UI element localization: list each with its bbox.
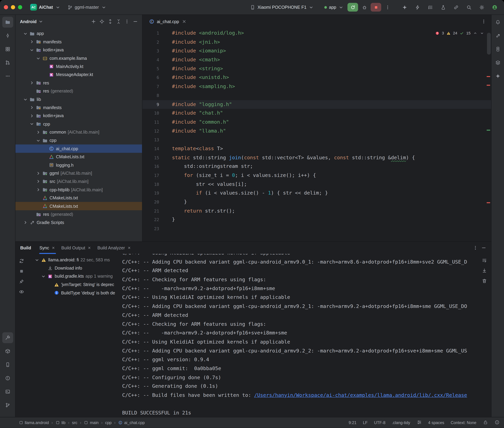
status-widget-utf-8[interactable]: UTF-8 (374, 420, 385, 425)
code-line-9[interactable]: 9#include "logging.h" (142, 100, 491, 109)
line-number[interactable]: 15 (142, 153, 159, 162)
chev-down-icon[interactable] (22, 96, 28, 102)
debug-button[interactable] (359, 3, 369, 12)
chev-down-icon[interactable] (29, 47, 35, 53)
tree-item-mainactivity-kt[interactable]: KMainActivity.kt (16, 62, 142, 71)
chev-right-icon[interactable] (29, 80, 35, 86)
breadcrumb-item-cpp[interactable]: cpp (104, 420, 112, 425)
device-selector[interactable]: Xiaomi POCOPHONE F1 (248, 3, 316, 11)
tool-strip-assistant[interactable] (492, 71, 503, 82)
line-number[interactable]: 2 (142, 38, 159, 47)
code-line-14[interactable]: 14template<class T> (142, 144, 491, 153)
code-line-21[interactable]: 21 return str.str(); (142, 207, 491, 216)
code-line-19[interactable]: 19 if (i < values.size() - 1) { str << d… (142, 189, 491, 198)
status-widget-context-none[interactable]: Context: None (451, 420, 476, 425)
tree-item-llama-android-fi[interactable]: llama.android: fi 22 sec, 583 ms (28, 256, 121, 264)
line-number[interactable]: 9 (142, 100, 159, 109)
options-kebab-button[interactable] (123, 17, 131, 26)
chev-right-icon[interactable] (35, 170, 41, 176)
stop-button[interactable] (371, 3, 381, 12)
chev-down-icon[interactable] (35, 138, 41, 143)
code-line-11[interactable]: 11#include "common.h" (142, 118, 491, 127)
tool-strip-packages[interactable] (2, 346, 13, 357)
tool-strip-build[interactable] (2, 332, 13, 343)
breadcrumb-item-llama-android[interactable]: llama.android (18, 420, 50, 425)
previous-issue-icon[interactable] (473, 31, 477, 35)
line-number[interactable]: 14 (142, 144, 159, 153)
scroll-to-end-button[interactable] (480, 266, 488, 275)
tree-item-cpp-httplib[interactable]: cpp-httplib [AiChat.lib.main] (16, 186, 142, 194)
tool-strip-device-explorer[interactable] (492, 44, 503, 55)
tree-item-build-gradle-kts[interactable]: Kbuild.gradle.kts app 1 warning (28, 272, 121, 280)
tree-item-src[interactable]: src [AiChat.lib.main] (16, 177, 142, 186)
close-icon[interactable] (87, 246, 92, 250)
line-number[interactable]: 18 (142, 180, 159, 189)
line-number[interactable]: 22 (142, 216, 159, 224)
chev-down-icon[interactable] (22, 31, 28, 37)
line-number[interactable]: 11 (142, 118, 159, 127)
line-number[interactable]: 4 (142, 56, 159, 64)
vcs-branch-widget[interactable]: ggml-master (65, 3, 109, 11)
settings-button[interactable] (477, 3, 487, 12)
tree-item-res[interactable]: res (generated) (16, 210, 142, 219)
next-issue-icon[interactable] (480, 31, 484, 35)
profiler-button[interactable] (438, 3, 448, 12)
line-number[interactable]: 1 (142, 29, 159, 38)
tool-strip-version-control[interactable] (2, 400, 13, 411)
more-run-options-button[interactable] (382, 3, 392, 12)
tool-strip-pull-requests[interactable] (2, 57, 13, 68)
run-configuration-selector[interactable]: app (322, 3, 346, 11)
hide-build-panel-button[interactable] (480, 244, 488, 252)
code-line-20[interactable]: 20 } (142, 198, 491, 207)
status-widget-9-21[interactable]: 9:21 (349, 420, 357, 425)
tool-strip-layout-inspector[interactable] (492, 57, 503, 68)
line-number[interactable]: 8 (142, 91, 159, 100)
tree-item-messageadapter-kt[interactable]: KMessageAdapter.kt (16, 71, 142, 79)
code-line-2[interactable]: 2#include <jni.h> (142, 38, 491, 47)
code-line-15[interactable]: 15static std::string join(const std::vec… (142, 153, 491, 162)
build-tab-build-analyzer[interactable]: Build Analyzer (94, 242, 134, 254)
line-number[interactable]: 19 (142, 189, 159, 198)
soft-wrap-button[interactable] (480, 256, 488, 265)
chev-down-icon[interactable] (34, 257, 40, 263)
tree-item-cpp[interactable]: cpp (16, 120, 142, 128)
tree-item-kotlin-java[interactable]: kotlin+java (16, 112, 142, 120)
close-icon[interactable] (127, 246, 131, 250)
device-link-button[interactable] (451, 3, 461, 12)
collapse-all-button[interactable] (114, 17, 123, 26)
tool-window-title-build[interactable]: Build (20, 242, 34, 254)
code-line-23[interactable]: 23 (142, 224, 491, 233)
run-anything-button[interactable] (412, 3, 422, 12)
tree-item-cmakelists-txt[interactable]: CMakeLists.txt (16, 194, 142, 202)
tool-strip-notifications[interactable] (492, 16, 503, 28)
code-line-8[interactable]: 8 (142, 91, 491, 100)
eye-button[interactable] (17, 287, 26, 296)
status-widget-clang-tidy[interactable]: .clang-tidy (392, 420, 410, 425)
tree-item-ai-chat-cpp[interactable]: Cai_chat.cpp (16, 145, 142, 153)
line-number[interactable]: 10 (142, 109, 159, 118)
code-line-10[interactable]: 10#include "chat.h" (142, 109, 491, 118)
chev-right-icon[interactable] (35, 129, 41, 135)
chev-right-icon[interactable] (29, 39, 35, 45)
tool-strip-device-manager[interactable] (2, 359, 13, 370)
line-number[interactable]: 21 (142, 207, 159, 216)
breadcrumb-item-main[interactable]: main (83, 420, 99, 425)
editor-options-button[interactable] (480, 17, 488, 26)
code-line-7[interactable]: 7#include <sampling.h> (142, 82, 491, 91)
status-formatter-widget[interactable] (417, 420, 422, 426)
close-window-button[interactable] (4, 5, 8, 9)
editor-tab-ai-chat-cpp[interactable]: C ai_chat.cpp (145, 15, 190, 28)
project-view-mode-selector[interactable]: Android (20, 19, 43, 25)
tool-strip-gradle[interactable] (492, 30, 503, 41)
chev-right-icon[interactable] (29, 113, 35, 119)
tool-strip-problems[interactable] (2, 373, 13, 384)
line-number[interactable]: 17 (142, 171, 159, 180)
tree-item-cmakelists-txt[interactable]: CMakeLists.txt (16, 153, 142, 161)
chev-right-icon[interactable] (35, 179, 41, 184)
code-line-3[interactable]: 3#include <iomanip> (142, 47, 491, 56)
code-line-22[interactable]: 22} (142, 216, 491, 224)
close-icon[interactable] (51, 246, 56, 250)
status-widget-4-spaces[interactable]: 4 spaces (428, 420, 444, 425)
code-line-12[interactable]: 12#include "llama.h" (142, 127, 491, 136)
tool-strip-more-tools[interactable] (2, 71, 13, 82)
